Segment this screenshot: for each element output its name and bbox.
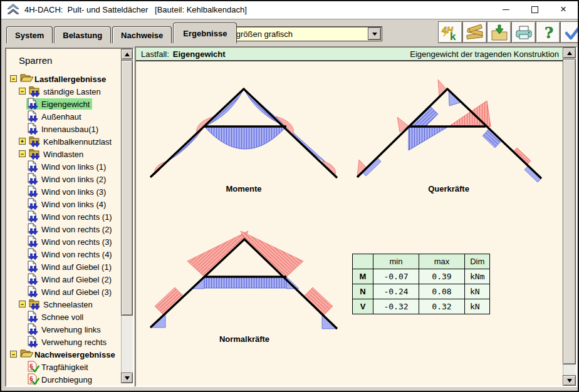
tree-item-content[interactable]: Wind von links (4) bbox=[26, 199, 108, 210]
sidebar-item-tragfähigkeit[interactable]: §Tragfähigkeit bbox=[6, 361, 121, 373]
tab-nachweise[interactable]: Nachweise bbox=[112, 26, 172, 43]
sidebar-item-windlasten[interactable]: −Windlasten bbox=[6, 148, 121, 160]
sidebar-item-innenausbau-1[interactable]: Innenausbau(1) bbox=[6, 123, 121, 135]
main-scrollbar[interactable] bbox=[563, 48, 576, 386]
sidebar-item-außenhaut[interactable]: Außenhaut bbox=[6, 110, 121, 123]
tab-ergebnisse[interactable]: Ergebnisse bbox=[173, 23, 237, 43]
sidebar-item-wind-auf-giebel-1[interactable]: Wind auf Giebel (1) bbox=[6, 260, 121, 273]
sidebar-item-lastfallergebnisse[interactable]: −Lastfallergebnisse bbox=[6, 73, 121, 85]
sidebar-scrollbar[interactable] bbox=[121, 49, 133, 383]
sidebar-item-schnee-voll[interactable]: Schnee voll bbox=[6, 311, 121, 323]
scroll-up-button[interactable] bbox=[563, 48, 576, 58]
sidebar-panel: Sparren −Lastfallergebnisse−ständige Las… bbox=[5, 48, 134, 387]
tree-item-content[interactable]: Nachweisergebnisse bbox=[19, 349, 118, 360]
maximize-icon bbox=[531, 6, 538, 13]
print-icon bbox=[514, 24, 533, 41]
sidebar-item-verwehung-links[interactable]: Verwehung links bbox=[6, 323, 121, 336]
sidebar-item-verwehung-rechts[interactable]: Verwehung rechts bbox=[6, 336, 121, 348]
tree-item-label: Innenausbau(1) bbox=[41, 125, 98, 134]
tree-item-content[interactable]: Wind von rechts (2) bbox=[26, 224, 115, 235]
tree-item-content[interactable]: Wind von links (2) bbox=[26, 173, 108, 185]
sidebar-item-wind-von-links-2[interactable]: Wind von links (2) bbox=[6, 173, 121, 185]
tab-belastung[interactable]: Belastung bbox=[54, 26, 111, 43]
sidebar-item-wind-auf-giebel-3[interactable]: Wind auf Giebel (3) bbox=[6, 286, 121, 298]
svg-text:?: ? bbox=[545, 24, 553, 41]
minimize-button[interactable] bbox=[491, 0, 520, 19]
view-select-dropdown-button[interactable] bbox=[368, 28, 381, 40]
tree-item-content[interactable]: Verwehung rechts bbox=[26, 336, 109, 348]
row-label: V bbox=[353, 299, 373, 314]
doc-check-icon: § bbox=[27, 361, 39, 373]
sidebar-item-schneelasten[interactable]: −Schneelasten bbox=[6, 298, 121, 311]
sidebar-item-wind-von-links-4[interactable]: Wind von links (4) bbox=[6, 198, 121, 210]
tree-item-content[interactable]: Wind auf Giebel (2) bbox=[26, 274, 114, 285]
scroll-up-button[interactable] bbox=[121, 49, 133, 59]
min-value: -0.24 bbox=[373, 284, 419, 299]
tree-item-content[interactable]: Innenausbau(1) bbox=[26, 123, 101, 135]
tree-item-content[interactable]: Außenhaut bbox=[26, 111, 84, 122]
sidebar-item-wind-von-links-3[interactable]: Wind von links (3) bbox=[6, 185, 121, 198]
confirm-button[interactable] bbox=[560, 21, 579, 43]
sidebar-item-wind-von-links-1[interactable]: Wind von links (1) bbox=[6, 160, 121, 173]
collapse-toggle[interactable]: − bbox=[10, 351, 17, 358]
tree-item-content[interactable]: Wind von rechts (1) bbox=[26, 211, 115, 222]
maximize-button[interactable] bbox=[520, 0, 549, 19]
sidebar-item-ständige-lasten[interactable]: −ständige Lasten bbox=[6, 85, 121, 98]
tree-item-content[interactable]: Lastfallergebnisse bbox=[19, 73, 108, 85]
sidebar-item-durchbiegung[interactable]: §Durchbiegung bbox=[6, 373, 121, 386]
scroll-down-button[interactable] bbox=[121, 373, 133, 383]
svg-text:k: k bbox=[450, 31, 456, 41]
tree-item-content[interactable]: Wind von links (1) bbox=[26, 161, 108, 172]
table-row-v: V-0.320.32kN bbox=[353, 299, 490, 314]
collapse-toggle[interactable]: − bbox=[19, 88, 26, 95]
title-bar: 4H-DACH: Pult- und Satteldächer [Bauteil… bbox=[1, 0, 578, 19]
tree-item-content[interactable]: Windlasten bbox=[28, 148, 86, 160]
tree-item-content[interactable]: §Tragfähigkeit bbox=[26, 361, 91, 373]
tree-item-content[interactable]: Verwehung links bbox=[26, 324, 103, 335]
sidebar-item-wind-von-rechts-1[interactable]: Wind von rechts (1) bbox=[6, 210, 121, 223]
sidebar-item-wind-von-rechts-2[interactable]: Wind von rechts (2) bbox=[6, 223, 121, 235]
tree-item-content[interactable]: Wind von rechts (4) bbox=[26, 249, 115, 260]
tree-item-content[interactable]: Schneelasten bbox=[28, 299, 95, 310]
sidebar-item-wind-auf-giebel-2[interactable]: Wind auf Giebel (2) bbox=[6, 273, 121, 286]
tree-item-label: Windlasten bbox=[43, 150, 83, 159]
scrollbar-thumb[interactable] bbox=[121, 60, 133, 316]
doc-load-icon bbox=[27, 185, 39, 198]
tree-item-content[interactable]: §Durchbiegung bbox=[26, 374, 95, 385]
doc-load-icon bbox=[27, 248, 39, 260]
tree-item-label: Wind von links (3) bbox=[41, 187, 106, 197]
tree-item-content[interactable]: Wind von links (3) bbox=[26, 186, 108, 197]
print-button[interactable] bbox=[511, 21, 536, 43]
sidebar-item-eigengewicht[interactable]: Eigengewicht bbox=[6, 98, 121, 110]
sidebar-item-wind-von-rechts-3[interactable]: Wind von rechts (3) bbox=[6, 235, 121, 248]
shear-diagram-label: Querkräfte bbox=[405, 184, 493, 193]
tree-item-content[interactable]: Wind auf Giebel (3) bbox=[26, 286, 114, 297]
tab-system[interactable]: System bbox=[6, 26, 53, 43]
tree-item-content[interactable]: Eigengewicht bbox=[26, 98, 92, 110]
scrollbar-thumb[interactable] bbox=[563, 59, 576, 364]
expand-toggle[interactable]: + bbox=[19, 138, 26, 145]
close-button[interactable]: × bbox=[549, 0, 578, 19]
table-header-blank bbox=[353, 254, 373, 269]
tree-item-content[interactable]: Kehlbalkennutzlast bbox=[28, 136, 114, 147]
sidebar-item-nachweisergebnisse[interactable]: −Nachweisergebnisse bbox=[6, 348, 121, 361]
folder-open-icon bbox=[20, 348, 33, 361]
tree-item-content[interactable]: Wind auf Giebel (1) bbox=[26, 261, 114, 272]
table-header-min: min bbox=[373, 254, 419, 269]
collapse-toggle[interactable]: − bbox=[10, 75, 17, 82]
tree-item-content[interactable]: ständige Lasten bbox=[28, 86, 103, 97]
normal-force-diagram bbox=[150, 231, 337, 329]
tree-item-label: Wind von rechts (2) bbox=[41, 225, 112, 234]
tree-item-content[interactable]: Wind von rechts (3) bbox=[26, 236, 115, 247]
logo-4hk-button[interactable]: 4Hk bbox=[438, 21, 462, 43]
scroll-down-button[interactable] bbox=[563, 375, 576, 386]
sidebar-item-wind-von-rechts-4[interactable]: Wind von rechts (4) bbox=[6, 248, 121, 260]
tree-item-content[interactable]: Schnee voll bbox=[26, 311, 86, 322]
sidebar-item-kehlbalkennutzlast[interactable]: +Kehlbalkennutzlast bbox=[6, 135, 121, 148]
doc-load-icon bbox=[27, 286, 39, 298]
collapse-toggle[interactable]: − bbox=[19, 301, 26, 307]
timber-button[interactable] bbox=[462, 21, 487, 43]
help-button[interactable]: ? bbox=[536, 21, 560, 43]
import-folder-button[interactable] bbox=[487, 21, 511, 43]
collapse-toggle[interactable]: − bbox=[19, 150, 26, 157]
